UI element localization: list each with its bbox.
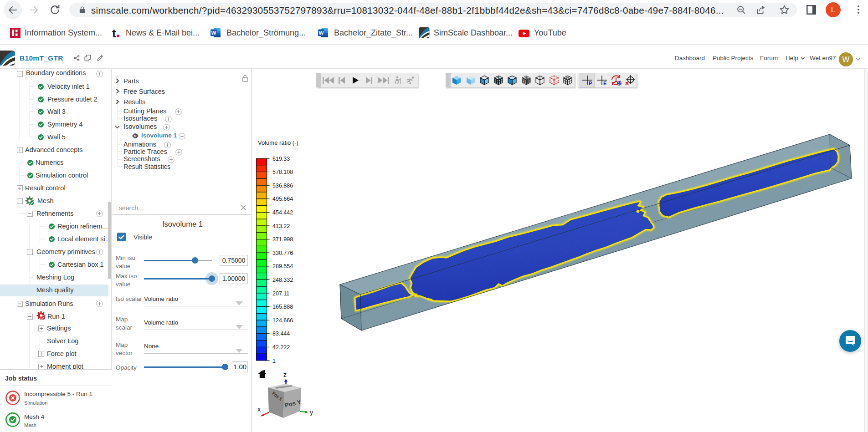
svg-text:W: W bbox=[319, 30, 324, 36]
svg-text:t: t bbox=[112, 27, 116, 39]
svg-text:y: y bbox=[310, 409, 313, 416]
svg-text:z: z bbox=[283, 371, 287, 378]
svg-text:W: W bbox=[211, 30, 216, 36]
svg-text:x: x bbox=[257, 406, 261, 413]
